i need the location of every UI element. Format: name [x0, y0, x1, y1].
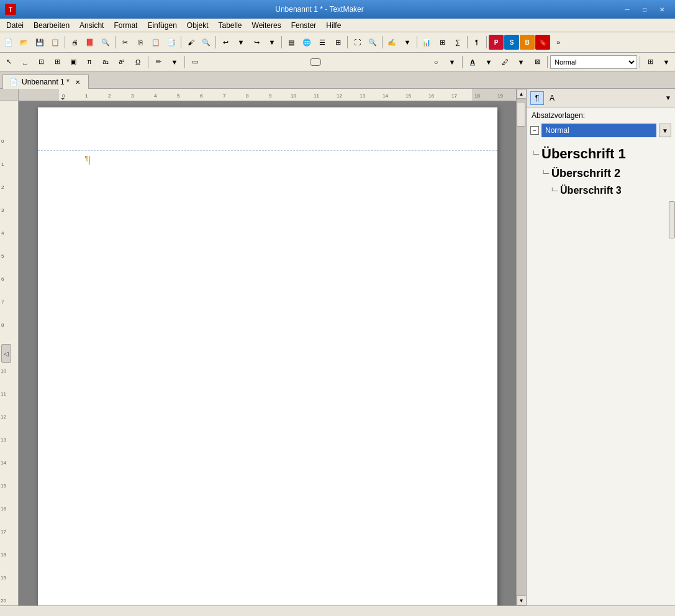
new-button[interactable]: 📄 [1, 35, 16, 50]
undo-button[interactable]: ↩ [218, 35, 233, 50]
formula-button[interactable]: ∑ [450, 35, 465, 50]
scroll-up-button[interactable]: ▲ [517, 89, 527, 99]
pi-button[interactable]: π [82, 55, 97, 70]
special-char-button[interactable]: Ω [130, 55, 145, 70]
style-dropdown-arrow[interactable]: ▼ [659, 124, 671, 137]
superscript-button[interactable]: a² [114, 55, 129, 70]
track-dropdown[interactable]: ▼ [400, 35, 415, 50]
text-select-button[interactable]: ⎵ [17, 55, 32, 70]
scroll-down-button[interactable]: ▼ [517, 596, 527, 605]
pencil-button[interactable]: ✏ [151, 55, 166, 70]
chart-button[interactable]: 📊 [419, 35, 434, 50]
zoom-fit-button[interactable]: ⛶ [350, 35, 365, 50]
sm-b-button[interactable]: B [520, 35, 535, 50]
toolbar-sep-4 [215, 36, 216, 48]
undo-dropdown[interactable]: ▼ [233, 35, 248, 50]
style-quick-select[interactable]: Normal Überschrift 1 Überschrift 2 Übers… [550, 55, 637, 69]
heading2-item[interactable]: └─ Überschrift 2 [527, 165, 675, 183]
toolbar-sep-8 [417, 36, 417, 48]
heading1-item[interactable]: └─ Überschrift 1 [527, 143, 675, 165]
font-color-dropdown[interactable]: ▼ [481, 55, 496, 70]
text-cursor [89, 156, 89, 165]
font-color-button[interactable]: A [465, 55, 480, 70]
save-extra-button[interactable]: 📋 [48, 35, 63, 50]
menu-einfuegen[interactable]: Einfügen [142, 19, 181, 32]
minimize-button[interactable]: ─ [619, 3, 635, 16]
insert-table-dropdown[interactable]: ▼ [659, 55, 674, 70]
subscript-button[interactable]: a₂ [98, 55, 113, 70]
paste-button[interactable]: 📋 [148, 35, 163, 50]
vertical-ruler: 0 1 2 3 4 5 6 7 8 9 10 11 12 13 14 15 16… [0, 101, 19, 605]
svg-text:13: 13 [360, 93, 365, 99]
pencil-dropdown[interactable]: ▼ [167, 55, 182, 70]
shapes-dropdown[interactable]: ▼ [445, 55, 460, 70]
tab-label: Unbenannt 1 * [22, 78, 70, 86]
panel-options-button[interactable]: ▼ [665, 94, 671, 101]
svg-text:17: 17 [451, 93, 457, 99]
view-master-button[interactable]: ⊞ [330, 35, 345, 50]
redo-dropdown[interactable]: ▼ [265, 35, 279, 50]
more-button[interactable]: » [551, 35, 566, 50]
cut-button[interactable]: ✂ [117, 35, 132, 50]
save-button[interactable]: 💾 [32, 35, 47, 50]
paste-special-button[interactable]: 📑 [164, 35, 179, 50]
sm-s-button[interactable]: S [504, 35, 519, 50]
svg-text:0: 0 [62, 93, 65, 99]
format-painter-button[interactable]: 🖌 [183, 35, 198, 50]
menu-format[interactable]: Format [109, 19, 142, 32]
menu-ansicht[interactable]: Ansicht [75, 19, 109, 32]
view-normal-button[interactable]: ▤ [284, 35, 299, 50]
table-select-button[interactable]: ⊞ [50, 55, 65, 70]
document-canvas[interactable]: ¶ [19, 101, 516, 605]
insert-table-button[interactable]: ⊞ [643, 55, 658, 70]
print-button[interactable]: 🖨 [67, 35, 82, 50]
main-toolbar: 📄 📂 💾 📋 🖨 📕 🔍 ✂ ⎘ 📋 📑 🖌 🔍 ↩ ▼ ↪ ▼ ▤ 🌐 ☰ … [0, 32, 675, 53]
frame-button[interactable]: ▣ [66, 55, 81, 70]
menu-weiteres[interactable]: Weiteres [247, 19, 286, 32]
redo-button[interactable]: ↪ [249, 35, 264, 50]
view-outline-button[interactable]: ☰ [315, 35, 330, 50]
track-changes-button[interactable]: ✍ [384, 35, 399, 50]
text-highlight-dropdown[interactable]: ▼ [514, 55, 528, 70]
search-button[interactable]: 🔍 [199, 35, 214, 50]
close-button[interactable]: ✕ [654, 3, 670, 16]
menu-hilfe[interactable]: Hilfe [321, 19, 346, 32]
page-collapse-handle[interactable]: ◁ [1, 344, 11, 363]
text-highlight-button[interactable]: 🖊 [497, 55, 512, 70]
cursor-button[interactable]: ↖ [1, 55, 16, 70]
obj-select-button[interactable]: ⊡ [34, 55, 48, 70]
menu-bearbeiten[interactable]: Bearbeiten [29, 19, 75, 32]
sm-pdf-button[interactable]: 🔖 [535, 35, 550, 50]
maximize-button[interactable]: □ [636, 3, 653, 16]
scroll-thumb[interactable] [517, 102, 525, 127]
view-web-button[interactable]: 🌐 [299, 35, 314, 50]
pdf-button[interactable]: 📕 [83, 35, 97, 50]
ellipse-button[interactable]: ○ [428, 55, 443, 70]
svg-text:8: 8 [246, 93, 249, 99]
open-button[interactable]: 📂 [17, 35, 32, 50]
menu-datei[interactable]: Datei [1, 19, 29, 32]
scroll-track[interactable] [517, 99, 526, 596]
rect-button[interactable]: ▭ [188, 55, 202, 70]
sm-p-button[interactable]: P [489, 35, 504, 50]
copy-button[interactable]: ⎘ [133, 35, 148, 50]
rounded-rect-button[interactable] [310, 58, 321, 66]
document-tab[interactable]: 📄 Unbenannt 1 * ✕ [2, 75, 89, 89]
vertical-scrollbar[interactable]: ▲ ▼ [516, 89, 526, 605]
panel-paragraph-icon[interactable]: ¶ [530, 91, 544, 105]
tab-close-button[interactable]: ✕ [73, 78, 82, 86]
menu-objekt[interactable]: Objekt [182, 19, 214, 32]
svg-text:9: 9 [269, 93, 272, 99]
preview-button[interactable]: 🔍 [98, 35, 113, 50]
pilcrow-button[interactable]: ¶ [469, 35, 484, 50]
menu-tabelle[interactable]: Tabelle [214, 19, 247, 32]
document-page[interactable]: ¶ [38, 107, 497, 605]
style-collapse-button[interactable]: − [530, 126, 539, 135]
table-button[interactable]: ⊞ [435, 35, 450, 50]
heading3-item[interactable]: └─ Überschrift 3 [527, 183, 675, 199]
panel-scrollbar-thumb[interactable] [669, 201, 675, 238]
panel-char-icon[interactable]: A [545, 91, 559, 105]
char-style-button[interactable]: ⊠ [530, 55, 545, 70]
zoom-in-button[interactable]: 🔍 [365, 35, 380, 50]
menu-fenster[interactable]: Fenster [286, 19, 322, 32]
